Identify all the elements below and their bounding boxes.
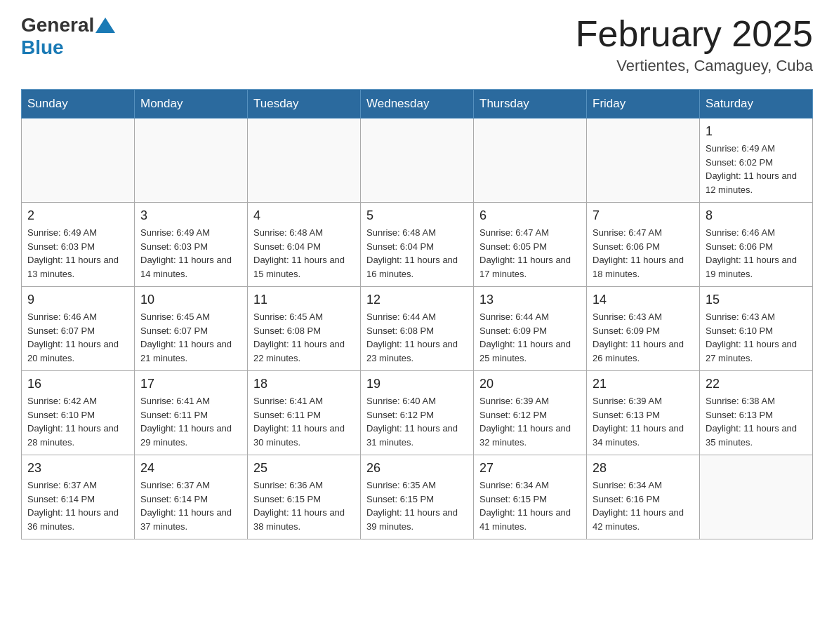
day-info: Sunrise: 6:46 AMSunset: 6:07 PMDaylight:… [27, 310, 128, 365]
calendar-cell: 1Sunrise: 6:49 AMSunset: 6:02 PMDaylight… [700, 119, 813, 203]
day-number: 15 [706, 293, 807, 307]
day-number: 4 [253, 208, 355, 223]
day-info: Sunrise: 6:35 AMSunset: 6:15 PMDaylight:… [366, 478, 468, 533]
calendar-day-header-sunday: Sunday [22, 90, 135, 119]
day-number: 7 [593, 208, 694, 223]
logo-general-text: General [21, 14, 94, 36]
calendar-cell: 25Sunrise: 6:36 AMSunset: 6:15 PMDayligh… [248, 455, 361, 539]
day-info: Sunrise: 6:37 AMSunset: 6:14 PMDaylight:… [140, 478, 241, 533]
day-info: Sunrise: 6:36 AMSunset: 6:15 PMDaylight:… [253, 478, 355, 533]
day-number: 24 [140, 461, 241, 476]
day-number: 19 [366, 377, 468, 391]
day-info: Sunrise: 6:44 AMSunset: 6:09 PMDaylight:… [479, 310, 581, 365]
month-year-title: February 2025 [576, 14, 813, 54]
calendar-day-header-wednesday: Wednesday [361, 90, 474, 119]
day-number: 1 [706, 124, 807, 139]
calendar-week-row-1: 1Sunrise: 6:49 AMSunset: 6:02 PMDaylight… [22, 119, 813, 203]
calendar-cell: 20Sunrise: 6:39 AMSunset: 6:12 PMDayligh… [474, 371, 587, 455]
day-info: Sunrise: 6:39 AMSunset: 6:12 PMDaylight:… [479, 394, 581, 449]
day-number: 26 [366, 461, 468, 476]
calendar-cell: 6Sunrise: 6:47 AMSunset: 6:05 PMDaylight… [474, 203, 587, 287]
day-number: 25 [253, 461, 355, 476]
calendar-cell: 15Sunrise: 6:43 AMSunset: 6:10 PMDayligh… [700, 287, 813, 371]
day-info: Sunrise: 6:47 AMSunset: 6:05 PMDaylight:… [479, 226, 581, 281]
day-info: Sunrise: 6:41 AMSunset: 6:11 PMDaylight:… [253, 394, 355, 449]
day-number: 23 [27, 461, 128, 476]
day-number: 3 [140, 208, 241, 223]
calendar-cell: 10Sunrise: 6:45 AMSunset: 6:07 PMDayligh… [135, 287, 248, 371]
day-info: Sunrise: 6:45 AMSunset: 6:08 PMDaylight:… [253, 310, 355, 365]
calendar-week-row-3: 9Sunrise: 6:46 AMSunset: 6:07 PMDaylight… [22, 287, 813, 371]
day-info: Sunrise: 6:37 AMSunset: 6:14 PMDaylight:… [27, 478, 128, 533]
day-info: Sunrise: 6:45 AMSunset: 6:07 PMDaylight:… [140, 310, 241, 365]
logo: General Blue [21, 14, 115, 59]
calendar-cell [248, 119, 361, 203]
day-info: Sunrise: 6:34 AMSunset: 6:15 PMDaylight:… [479, 478, 581, 533]
day-number: 18 [253, 377, 355, 391]
calendar-week-row-5: 23Sunrise: 6:37 AMSunset: 6:14 PMDayligh… [22, 455, 813, 539]
calendar-cell: 5Sunrise: 6:48 AMSunset: 6:04 PMDaylight… [361, 203, 474, 287]
calendar-cell: 16Sunrise: 6:42 AMSunset: 6:10 PMDayligh… [22, 371, 135, 455]
calendar-cell [587, 119, 700, 203]
day-info: Sunrise: 6:39 AMSunset: 6:13 PMDaylight:… [593, 394, 694, 449]
day-number: 17 [140, 377, 241, 391]
day-number: 28 [593, 461, 694, 476]
logo-flag-icon [95, 18, 115, 33]
calendar-cell [135, 119, 248, 203]
calendar-cell: 18Sunrise: 6:41 AMSunset: 6:11 PMDayligh… [248, 371, 361, 455]
calendar-cell: 9Sunrise: 6:46 AMSunset: 6:07 PMDaylight… [22, 287, 135, 371]
day-info: Sunrise: 6:34 AMSunset: 6:16 PMDaylight:… [593, 478, 694, 533]
day-number: 12 [366, 293, 468, 307]
calendar-cell: 24Sunrise: 6:37 AMSunset: 6:14 PMDayligh… [135, 455, 248, 539]
calendar-cell: 17Sunrise: 6:41 AMSunset: 6:11 PMDayligh… [135, 371, 248, 455]
calendar-cell: 8Sunrise: 6:46 AMSunset: 6:06 PMDaylight… [700, 203, 813, 287]
day-number: 5 [366, 208, 468, 223]
calendar-day-header-thursday: Thursday [474, 90, 587, 119]
day-info: Sunrise: 6:44 AMSunset: 6:08 PMDaylight:… [366, 310, 468, 365]
calendar-week-row-2: 2Sunrise: 6:49 AMSunset: 6:03 PMDaylight… [22, 203, 813, 287]
day-number: 22 [706, 377, 807, 391]
calendar-cell [474, 119, 587, 203]
calendar-cell: 19Sunrise: 6:40 AMSunset: 6:12 PMDayligh… [361, 371, 474, 455]
location-subtitle: Vertientes, Camaguey, Cuba [576, 57, 813, 75]
day-number: 16 [27, 377, 128, 391]
calendar-cell: 12Sunrise: 6:44 AMSunset: 6:08 PMDayligh… [361, 287, 474, 371]
calendar-header-row: SundayMondayTuesdayWednesdayThursdayFrid… [22, 90, 813, 119]
day-number: 14 [593, 293, 694, 307]
day-info: Sunrise: 6:40 AMSunset: 6:12 PMDaylight:… [366, 394, 468, 449]
calendar-cell: 3Sunrise: 6:49 AMSunset: 6:03 PMDaylight… [135, 203, 248, 287]
day-number: 11 [253, 293, 355, 307]
calendar-cell: 22Sunrise: 6:38 AMSunset: 6:13 PMDayligh… [700, 371, 813, 455]
day-info: Sunrise: 6:43 AMSunset: 6:10 PMDaylight:… [706, 310, 807, 365]
day-info: Sunrise: 6:41 AMSunset: 6:11 PMDaylight:… [140, 394, 241, 449]
calendar-cell: 13Sunrise: 6:44 AMSunset: 6:09 PMDayligh… [474, 287, 587, 371]
calendar-cell [22, 119, 135, 203]
day-info: Sunrise: 6:47 AMSunset: 6:06 PMDaylight:… [593, 226, 694, 281]
calendar-day-header-tuesday: Tuesday [248, 90, 361, 119]
day-number: 10 [140, 293, 241, 307]
calendar-cell: 11Sunrise: 6:45 AMSunset: 6:08 PMDayligh… [248, 287, 361, 371]
calendar-cell: 27Sunrise: 6:34 AMSunset: 6:15 PMDayligh… [474, 455, 587, 539]
logo-blue-text: Blue [21, 36, 64, 59]
calendar-cell: 26Sunrise: 6:35 AMSunset: 6:15 PMDayligh… [361, 455, 474, 539]
day-number: 9 [27, 293, 128, 307]
calendar-day-header-monday: Monday [135, 90, 248, 119]
calendar-day-header-friday: Friday [587, 90, 700, 119]
day-info: Sunrise: 6:48 AMSunset: 6:04 PMDaylight:… [253, 226, 355, 281]
day-number: 21 [593, 377, 694, 391]
day-info: Sunrise: 6:42 AMSunset: 6:10 PMDaylight:… [27, 394, 128, 449]
calendar-cell [700, 455, 813, 539]
calendar-day-header-saturday: Saturday [700, 90, 813, 119]
day-info: Sunrise: 6:43 AMSunset: 6:09 PMDaylight:… [593, 310, 694, 365]
day-info: Sunrise: 6:49 AMSunset: 6:03 PMDaylight:… [27, 226, 128, 281]
day-number: 6 [479, 208, 581, 223]
day-number: 27 [479, 461, 581, 476]
calendar-cell: 7Sunrise: 6:47 AMSunset: 6:06 PMDaylight… [587, 203, 700, 287]
day-info: Sunrise: 6:49 AMSunset: 6:03 PMDaylight:… [140, 226, 241, 281]
day-number: 8 [706, 208, 807, 223]
calendar-cell: 21Sunrise: 6:39 AMSunset: 6:13 PMDayligh… [587, 371, 700, 455]
calendar-cell: 14Sunrise: 6:43 AMSunset: 6:09 PMDayligh… [587, 287, 700, 371]
calendar-cell: 2Sunrise: 6:49 AMSunset: 6:03 PMDaylight… [22, 203, 135, 287]
calendar-week-row-4: 16Sunrise: 6:42 AMSunset: 6:10 PMDayligh… [22, 371, 813, 455]
calendar-table: SundayMondayTuesdayWednesdayThursdayFrid… [21, 89, 813, 539]
